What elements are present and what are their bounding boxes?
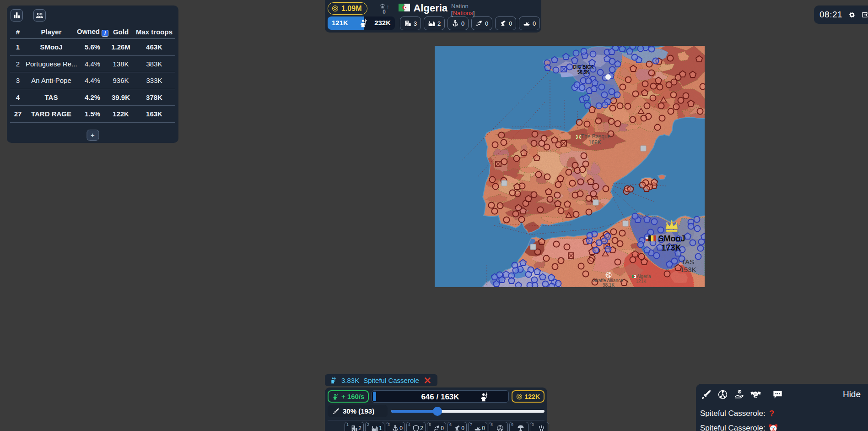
map-marker-city[interactable] bbox=[674, 104, 679, 110]
map-marker-city[interactable] bbox=[527, 283, 533, 288]
map-marker-city[interactable] bbox=[615, 259, 621, 265]
map-marker-city[interactable] bbox=[658, 227, 664, 233]
map-marker-city[interactable] bbox=[558, 208, 564, 214]
map-marker-city[interactable] bbox=[625, 104, 631, 109]
map-marker-port[interactable] bbox=[641, 146, 646, 151]
map-marker-city[interactable] bbox=[547, 196, 553, 202]
map-marker-city[interactable] bbox=[586, 209, 592, 215]
map-marker-city[interactable] bbox=[531, 141, 537, 147]
map-marker-city[interactable] bbox=[492, 142, 498, 148]
map-marker-city[interactable] bbox=[603, 186, 609, 192]
map-marker-city[interactable] bbox=[666, 82, 672, 88]
map-marker-city[interactable] bbox=[566, 169, 572, 175]
map-marker-city[interactable] bbox=[544, 256, 550, 262]
map-marker-port[interactable] bbox=[623, 221, 628, 226]
hotkey-sam[interactable]: 60 bbox=[447, 422, 467, 431]
map-marker-city[interactable] bbox=[577, 191, 583, 197]
event-tab-radiation[interactable] bbox=[717, 389, 728, 400]
leaderboard-expand-button[interactable]: + bbox=[86, 130, 99, 141]
map-marker-city[interactable] bbox=[678, 98, 684, 104]
map-marker-city[interactable] bbox=[514, 156, 520, 162]
map-marker-city[interactable] bbox=[655, 125, 661, 131]
map-marker-city[interactable] bbox=[555, 192, 561, 198]
map-marker-city[interactable] bbox=[588, 258, 594, 264]
map-marker-city[interactable] bbox=[602, 102, 608, 108]
map-marker-construction-site[interactable] bbox=[561, 141, 566, 146]
map-marker-city[interactable] bbox=[545, 174, 550, 180]
map-marker-city[interactable] bbox=[526, 272, 532, 278]
map-marker-city[interactable] bbox=[573, 212, 579, 218]
map-marker-city[interactable] bbox=[580, 167, 586, 173]
map-marker-city[interactable] bbox=[504, 217, 510, 223]
map-marker-port[interactable] bbox=[501, 180, 507, 186]
map-marker-city[interactable] bbox=[531, 192, 537, 198]
map-marker-city[interactable] bbox=[647, 61, 652, 67]
map-marker-city[interactable] bbox=[591, 191, 597, 197]
map-marker-city[interactable] bbox=[554, 241, 560, 247]
map-marker-city[interactable] bbox=[609, 119, 615, 125]
map-marker-city[interactable] bbox=[611, 98, 617, 104]
map-marker-city[interactable] bbox=[640, 182, 646, 188]
map-marker-city[interactable] bbox=[609, 59, 615, 65]
map-marker-city[interactable] bbox=[653, 58, 659, 64]
game-map[interactable]: DIG BICK56.5KThe Basque169KSMooJ173KTAS1… bbox=[435, 46, 705, 287]
leaderboard-row[interactable]: 3An Anti-Pope4.4%936K333K bbox=[10, 72, 175, 89]
map-marker-port[interactable] bbox=[593, 200, 598, 205]
map-marker-city[interactable] bbox=[668, 109, 674, 115]
map-marker-city[interactable] bbox=[638, 46, 644, 52]
map-marker-city[interactable] bbox=[633, 91, 639, 97]
building-counter-warship[interactable]: 0 bbox=[519, 16, 540, 30]
cancel-attack-icon[interactable] bbox=[424, 377, 431, 384]
map-marker-city[interactable] bbox=[654, 253, 660, 259]
map-marker-city[interactable] bbox=[620, 84, 626, 90]
leaderboard-row[interactable]: 4TAS4.2%39.9K378K bbox=[10, 89, 175, 106]
map-marker-city[interactable] bbox=[688, 224, 694, 229]
attack-ratio-slider[interactable] bbox=[391, 407, 545, 416]
map-marker-construction-site[interactable] bbox=[496, 161, 501, 167]
event-tab-sword[interactable] bbox=[700, 389, 712, 400]
building-counter-city[interactable]: 3 bbox=[400, 16, 421, 30]
map-marker-city[interactable] bbox=[553, 67, 559, 73]
map-marker-city[interactable] bbox=[602, 238, 608, 244]
map-marker-city[interactable] bbox=[695, 226, 701, 232]
map-marker-city[interactable] bbox=[558, 258, 564, 264]
map-marker-city[interactable] bbox=[492, 208, 498, 214]
slider-knob[interactable] bbox=[433, 407, 442, 416]
building-counter-anchor[interactable]: 0 bbox=[447, 16, 469, 30]
map-marker-city[interactable] bbox=[630, 257, 636, 263]
building-counter-missile[interactable]: 0 bbox=[471, 16, 492, 30]
map-marker-city[interactable] bbox=[615, 92, 620, 98]
map-marker-city[interactable] bbox=[611, 229, 617, 235]
hotkey-city[interactable]: 12 bbox=[345, 422, 364, 431]
map-marker-city[interactable] bbox=[532, 131, 538, 137]
map-marker-city[interactable] bbox=[489, 202, 495, 208]
map-marker-city[interactable] bbox=[642, 81, 648, 87]
map-marker-city[interactable] bbox=[694, 217, 700, 223]
map-marker-structure[interactable] bbox=[619, 46, 625, 52]
map-marker-city[interactable] bbox=[532, 277, 538, 283]
map-marker-city[interactable] bbox=[605, 246, 611, 252]
map-marker-city[interactable] bbox=[567, 64, 573, 70]
map-marker-city[interactable] bbox=[501, 140, 507, 146]
hotkey-hbomb[interactable]: 9 bbox=[509, 422, 528, 431]
map-marker-construction-site[interactable] bbox=[561, 66, 566, 72]
map-marker-city[interactable] bbox=[632, 213, 638, 219]
map-marker-city[interactable] bbox=[615, 121, 621, 127]
map-marker-city[interactable] bbox=[519, 183, 525, 189]
map-marker-city[interactable] bbox=[583, 271, 589, 277]
map-marker-city[interactable] bbox=[644, 103, 650, 109]
map-marker-city[interactable] bbox=[625, 77, 631, 83]
map-marker-city[interactable] bbox=[586, 196, 592, 202]
map-marker-port[interactable] bbox=[530, 244, 536, 250]
map-marker-city[interactable] bbox=[650, 95, 656, 101]
map-marker-city[interactable] bbox=[581, 49, 587, 55]
nations-link[interactable]: Nations bbox=[453, 10, 473, 16]
map-marker-city[interactable] bbox=[578, 263, 584, 269]
settings-gear-icon[interactable] bbox=[849, 10, 855, 20]
map-marker-city[interactable] bbox=[510, 190, 516, 196]
map-marker-city[interactable] bbox=[555, 182, 561, 188]
map-marker-city[interactable] bbox=[573, 50, 579, 56]
map-marker-city[interactable] bbox=[493, 184, 499, 190]
hotkey-missile[interactable]: 50 bbox=[427, 422, 446, 431]
map-marker-city[interactable] bbox=[499, 132, 505, 138]
